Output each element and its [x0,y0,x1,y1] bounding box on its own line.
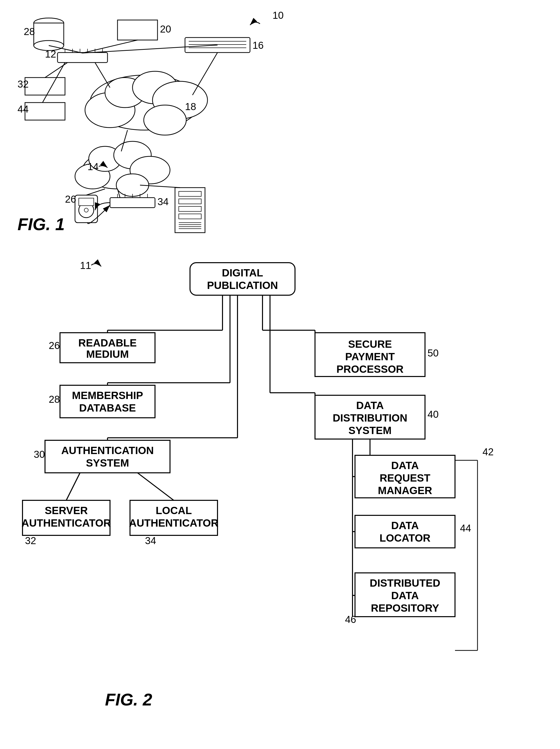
svg-text:42: 42 [483,446,494,457]
svg-text:30: 30 [34,449,45,460]
svg-rect-62 [179,199,201,204]
svg-text:LOCATOR: LOCATOR [380,532,430,544]
svg-line-143 [66,473,80,500]
svg-text:46: 46 [345,614,356,625]
svg-text:DISTRIBUTION: DISTRIBUTION [333,412,407,424]
svg-text:PROCESSOR: PROCESSOR [336,363,403,375]
svg-text:READABLE: READABLE [78,337,136,349]
svg-text:26: 26 [49,340,60,351]
svg-rect-64 [179,214,201,219]
svg-text:REQUEST: REQUEST [380,472,430,484]
svg-line-144 [137,473,174,500]
svg-rect-53 [110,198,155,208]
svg-text:SECURE: SECURE [348,338,392,350]
svg-text:26: 26 [65,194,76,205]
svg-text:50: 50 [427,347,439,359]
svg-text:FIG. 2: FIG. 2 [105,690,152,709]
svg-text:10: 10 [272,10,284,21]
svg-text:SERVER: SERVER [45,505,88,516]
svg-text:DATA: DATA [391,520,419,531]
svg-text:44: 44 [18,104,29,114]
svg-line-69 [86,189,105,195]
svg-text:AUTHENTICATOR: AUTHENTICATOR [129,517,219,529]
svg-rect-61 [179,191,201,196]
svg-rect-51 [79,198,94,206]
page: 10 28 12 20 [0,0,560,749]
svg-text:28: 28 [24,26,35,37]
svg-line-46 [95,63,110,88]
svg-text:DISTRIBUTED: DISTRIBUTED [370,577,440,589]
svg-rect-24 [25,103,65,120]
svg-text:DIGITAL: DIGITAL [222,267,263,279]
svg-text:32: 32 [18,79,29,89]
svg-text:DATA: DATA [391,459,419,471]
svg-text:16: 16 [252,40,264,51]
svg-rect-63 [179,207,201,211]
svg-text:PAYMENT: PAYMENT [345,351,395,363]
svg-rect-22 [25,78,65,95]
svg-text:44: 44 [460,522,471,534]
svg-text:DATA: DATA [391,590,419,601]
svg-text:PUBLICATION: PUBLICATION [207,279,278,291]
svg-text:SYSTEM: SYSTEM [349,425,392,436]
svg-point-36 [144,105,186,135]
svg-text:34: 34 [145,535,156,546]
svg-text:MEDIUM: MEDIUM [86,348,129,360]
svg-text:SYSTEM: SYSTEM [86,457,129,469]
svg-point-50 [84,208,88,212]
svg-line-47 [193,52,218,95]
fig1-diagram: 10 28 12 20 [10,5,310,235]
svg-text:11: 11 [80,260,91,271]
svg-text:DATA: DATA [356,400,384,411]
svg-text:28: 28 [49,394,60,405]
svg-text:MANAGER: MANAGER [378,485,432,496]
svg-text:12: 12 [45,48,56,60]
svg-text:20: 20 [160,23,171,35]
svg-text:MEMBERSHIP: MEMBERSHIP [72,389,143,401]
svg-rect-7 [58,52,108,63]
svg-rect-15 [117,20,157,40]
svg-text:32: 32 [25,535,36,546]
fig2-diagram: 11 DIGITAL PUBLICATION READABLE MEDIUM 2… [10,250,560,738]
svg-text:REPOSITORY: REPOSITORY [371,602,439,614]
svg-text:14: 14 [88,161,99,172]
svg-text:FIG. 1: FIG. 1 [18,215,65,234]
svg-text:18: 18 [185,101,196,112]
svg-text:DATABASE: DATABASE [79,402,136,414]
svg-text:34: 34 [157,196,169,207]
svg-text:AUTHENTICATOR: AUTHENTICATOR [22,517,111,529]
svg-text:40: 40 [427,409,439,420]
svg-text:AUTHENTICATION: AUTHENTICATION [61,445,154,456]
svg-text:LOCAL: LOCAL [156,505,192,516]
